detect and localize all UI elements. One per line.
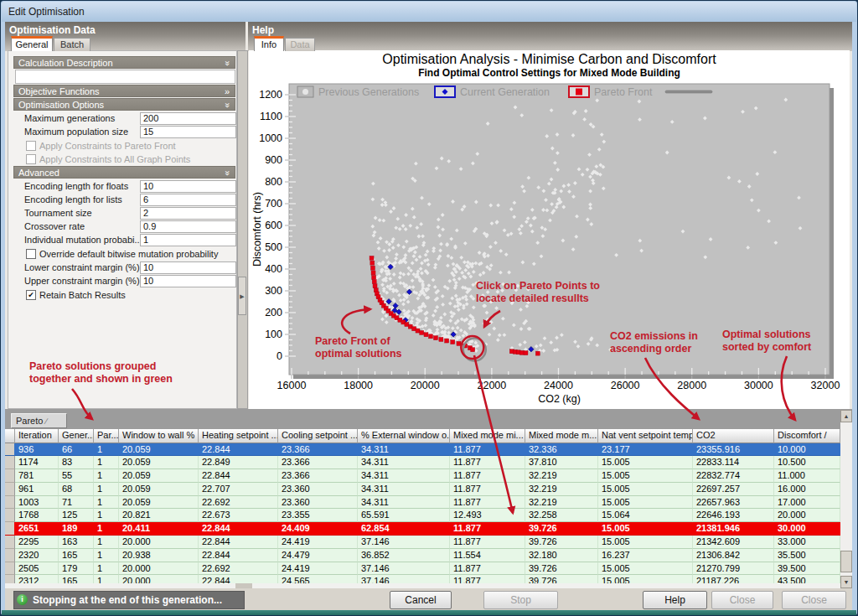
- tab-data[interactable]: Data: [285, 38, 315, 51]
- row-selector[interactable]: [5, 562, 15, 576]
- section-bar-calculation-description[interactable]: Calculation Description»: [13, 56, 235, 69]
- tab-batch[interactable]: Batch: [54, 38, 90, 51]
- row-selector[interactable]: [5, 469, 15, 483]
- section-bar-objective-functions[interactable]: Objective Functions»: [13, 85, 235, 97]
- section-bar-advanced[interactable]: Advanced»: [13, 166, 235, 179]
- field-label: Encoding length for lists: [24, 194, 122, 204]
- field-label: Tournament size: [24, 208, 92, 218]
- cell: 39.726: [525, 562, 598, 576]
- calculation-description-input[interactable]: [15, 70, 235, 84]
- field-input-upper-constraint-margin-[interactable]: 10: [140, 275, 236, 287]
- row-selector[interactable]: [5, 522, 15, 536]
- cell: 34.311: [358, 469, 450, 483]
- svg-text:24000: 24000: [544, 380, 573, 391]
- column-header-nat-vent-setpoint-temp[interactable]: Nat vent setpoint temp: [598, 429, 693, 443]
- column-header-window-to-wall-[interactable]: Window to wall %: [119, 429, 199, 443]
- svg-text:400: 400: [265, 263, 282, 275]
- cell: 23.177: [598, 443, 693, 457]
- cell: 83: [59, 456, 94, 469]
- table-row[interactable]: 2320165120.93822.84424.47936.85211.55432…: [5, 549, 840, 562]
- column-header-par-[interactable]: Par...: [94, 429, 119, 443]
- cell: 2295: [15, 536, 59, 549]
- cell: 1: [94, 496, 119, 510]
- info-icon: i: [17, 594, 28, 605]
- scroll-down-button[interactable]: ▼: [840, 576, 852, 588]
- table-row[interactable]: 93666120.05922.84423.36634.31111.87732.3…: [5, 443, 840, 457]
- column-header-discomfort-[interactable]: Discomfort /: [774, 429, 840, 443]
- table-row[interactable]: 2295163120.00022.84424.41937.14611.87739…: [5, 536, 840, 549]
- field-input-tournament-size[interactable]: 2: [140, 207, 236, 220]
- column-header-cooling-setpoint-[interactable]: Cooling setpoint ...: [278, 429, 358, 443]
- cell: 936: [15, 443, 59, 457]
- checkbox-retain-batch-results[interactable]: ✔: [26, 290, 36, 300]
- row-selector[interactable]: [5, 456, 15, 469]
- cell: 22.692: [199, 562, 278, 576]
- field-input-individual-mutation-probabi-[interactable]: 1: [140, 234, 236, 246]
- scroll-thumb[interactable]: [840, 551, 852, 572]
- table-vertical-scrollbar[interactable]: ▲ ▼: [840, 410, 852, 588]
- table-row[interactable]: 1768125120.82122.67323.35565.59112.49332…: [5, 509, 840, 522]
- cell: 20.059: [119, 483, 199, 496]
- section-bar-optimisation-options[interactable]: Optimisation Options»: [13, 98, 235, 111]
- table-row[interactable]: 96168120.05922.70723.36034.31111.87732.2…: [5, 483, 840, 496]
- window-titlebar[interactable]: Edit Optimisation: [2, 2, 856, 22]
- row-selector[interactable]: [5, 496, 15, 510]
- row-selector[interactable]: [5, 549, 15, 562]
- column-header-iteration[interactable]: Iteration: [15, 429, 59, 443]
- row-selector[interactable]: [5, 536, 15, 549]
- close-button[interactable]: Close: [711, 591, 773, 609]
- field-label: Crossover rate: [24, 221, 85, 231]
- section-label: Optimisation Options: [18, 100, 104, 110]
- cell: 71: [59, 496, 94, 510]
- svg-text:200: 200: [265, 307, 282, 318]
- row-selector[interactable]: [5, 483, 15, 496]
- table-row[interactable]: 117483120.05922.84923.36634.31111.87737.…: [5, 456, 840, 469]
- cell: 20.059: [119, 496, 199, 510]
- column-header--external-window-o-[interactable]: % External window o...: [358, 429, 450, 443]
- column-header-selector[interactable]: [5, 429, 15, 443]
- cell: 11.877: [450, 443, 525, 457]
- field-input-crossover-rate[interactable]: 0.9: [140, 220, 236, 233]
- cell: 11.877: [450, 483, 525, 496]
- help-button[interactable]: Help: [643, 591, 707, 609]
- column-header-co2[interactable]: CO2: [693, 429, 774, 443]
- column-header-mixed-mode-mi-[interactable]: Mixed mode mi...: [450, 429, 525, 443]
- close-button-2[interactable]: Close: [782, 591, 846, 609]
- field-input-maximum-generations[interactable]: 200: [140, 112, 236, 125]
- svg-text:0: 0: [277, 350, 282, 362]
- cell: 1: [94, 456, 119, 469]
- table-row[interactable]: 2651189120.41122.84424.40962.85411.87739…: [5, 522, 840, 536]
- row-selector[interactable]: [5, 443, 15, 457]
- stop-button[interactable]: Stop: [483, 591, 558, 609]
- scroll-up-button[interactable]: ▲: [840, 410, 852, 422]
- column-header-mixed-mode-m-[interactable]: Mixed mode m...: [525, 429, 598, 443]
- column-header-heating-setpoint-[interactable]: Heating setpoint ...: [199, 429, 278, 443]
- cell: 23.360: [278, 496, 358, 510]
- cell: 22657.963: [693, 496, 774, 510]
- cell: 22833.114: [693, 456, 774, 469]
- table-row[interactable]: 100371120.05922.69223.36034.31111.87732.…: [5, 496, 840, 510]
- splitter-collapse-button[interactable]: ▶: [238, 277, 246, 315]
- checkbox-apply-constraints-to-all-graph-points[interactable]: [26, 154, 36, 164]
- field-input-maximum-population-size[interactable]: 15: [140, 126, 236, 138]
- cell: 22.673: [199, 509, 278, 522]
- field-input-lower-constraint-margin-[interactable]: 10: [140, 261, 236, 274]
- cell: 20.059: [119, 469, 199, 483]
- field-input-encoding-length-for-floats[interactable]: 10: [140, 180, 236, 193]
- checkbox-label: Override default bitwise mutation probab…: [39, 249, 218, 259]
- cell: 781: [15, 469, 59, 483]
- pareto-sort-chip[interactable]: Pareto ∕: [11, 413, 67, 428]
- panel-splitter[interactable]: [237, 50, 248, 409]
- cell: 163: [59, 536, 94, 549]
- checkbox-override-default-bitwise-mutation-probability[interactable]: [26, 249, 36, 259]
- table-row[interactable]: 2505179120.00022.69224.41937.14611.87739…: [5, 562, 840, 576]
- cell: 35.500: [774, 549, 840, 562]
- column-header-gener-[interactable]: Gener...: [59, 429, 94, 443]
- checkbox-apply-constraints-to-pareto-front[interactable]: [26, 141, 36, 151]
- tab-info[interactable]: Info: [254, 36, 284, 51]
- field-input-encoding-length-for-lists[interactable]: 6: [140, 194, 236, 206]
- cancel-button[interactable]: Cancel: [390, 591, 452, 609]
- row-selector[interactable]: [5, 509, 15, 522]
- tab-general[interactable]: General: [11, 36, 53, 51]
- table-row[interactable]: 78155120.05922.84423.36634.31111.87732.2…: [5, 469, 840, 483]
